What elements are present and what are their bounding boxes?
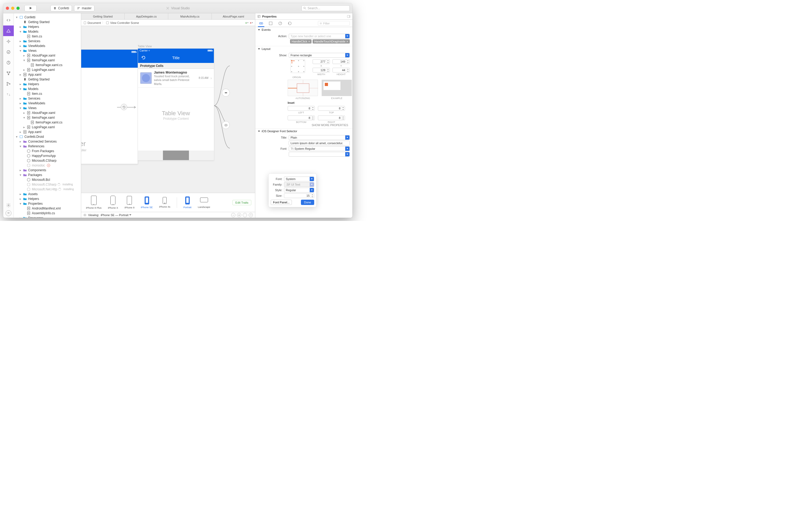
tree-item[interactable]: Getting Started [14,77,81,82]
tree-item[interactable]: ▸Helpers [14,197,81,201]
tree-item[interactable]: Microsoft.Net.Http installing [14,187,81,192]
show-more-link[interactable]: SHOW MORE PROPERTIES [258,124,350,127]
tree-item[interactable]: ▸Connected Services [14,139,81,144]
design-canvas[interactable]: ontroller oot view controller [81,26,255,193]
tree-item[interactable]: ▸ViewModels [14,44,81,48]
tree-item[interactable]: ▾Views [14,106,81,111]
inset-right[interactable]: 8 [318,115,345,120]
x-field[interactable]: 277 [313,59,330,64]
tree-item[interactable]: Item.cs [14,91,81,96]
tree-item[interactable]: ▸Assets [14,192,81,197]
table-view-controller-node[interactable]: Carrier ᯤ Title Prototype Cells James Mo… [138,48,214,160]
ptab-history[interactable] [287,20,293,27]
zoom-window-button[interactable] [16,6,20,10]
device-iphone4s[interactable]: iPhone 4s [159,197,170,208]
account-button[interactable] [5,210,11,216]
show-select[interactable]: Frame rectangle [289,53,350,58]
tree-item[interactable]: ItemsPage.xaml.cs [14,120,81,125]
branch-selector[interactable]: master [74,5,95,11]
handler-chip[interactable]: HandleTouchDragInside [313,39,350,44]
origin-picker[interactable] [290,59,305,73]
font-panel-button[interactable]: Font Panel... [271,200,292,205]
action-select[interactable]: Type new handler or select one [289,34,350,39]
rail-tests[interactable] [3,47,14,57]
zoom-out-button[interactable]: − [231,213,235,217]
device-iphonex[interactable]: iPhone X [108,196,118,209]
tree-item[interactable]: Microsoft.CSharp installing [14,182,81,187]
rail-pull[interactable] [3,89,14,100]
zoom-in-button[interactable]: + [237,213,241,217]
tab[interactable]: AboutPage.xaml [212,13,255,19]
tree-item[interactable]: From Packages [14,149,81,154]
tree-item[interactable]: ▸ViewModels [14,101,81,106]
edit-traits-button[interactable]: Edit Traits [232,200,251,205]
font-text-field[interactable]: Lorem ipsum dolor sit amet, consectetur. [289,141,350,145]
rail-locate[interactable] [3,36,14,47]
ptab-layout[interactable] [267,20,274,27]
project-selector[interactable]: Confetti [50,5,72,11]
tree-item[interactable]: Microsoft.Bcl [14,177,81,182]
tree-item[interactable]: ▸LoginPage.xaml [14,125,81,130]
tree-item[interactable]: ▸AboutPage.xaml [14,111,81,115]
tree-item[interactable]: Item.cs [14,34,81,39]
segue-eye-node[interactable] [222,121,230,129]
tree-item[interactable]: Microsoft.CSharp [14,158,81,163]
close-window-button[interactable] [6,6,9,10]
popover-size-field[interactable]: 15 [284,193,314,198]
tree-item[interactable]: AssemblyInfo.cs [14,211,81,216]
tab[interactable]: AppDelegate.cs [125,13,168,19]
device-iphone8[interactable]: iPhone 8 [125,196,134,209]
inset-bottom[interactable]: 8 [288,115,315,120]
done-button[interactable]: Done [301,200,314,205]
popover-font-select[interactable]: System [284,176,314,181]
run-button[interactable] [25,5,37,11]
tree-item[interactable]: ▸AboutPage.xaml [14,53,81,58]
tree-item[interactable]: ▾Properties [14,201,81,206]
minimize-window-button[interactable] [11,6,14,10]
orientation-landscape[interactable]: Landscape [198,197,210,209]
section-events[interactable]: Events [255,27,352,32]
rail-source[interactable] [3,78,14,89]
inset-top[interactable]: 8 [318,106,345,111]
autosizing-editor[interactable]: AUTOSIZING [288,80,318,100]
breadcrumb-doc[interactable]: Document [88,21,101,25]
rail-dependencies[interactable] [3,68,14,78]
tree-item[interactable]: ▾Confetti.Droid [14,134,81,139]
segue-refresh-node[interactable] [121,104,127,110]
tree-item[interactable]: ▸App.xaml [14,72,81,77]
tree-item[interactable]: ▾References [14,144,81,149]
refresh-icon[interactable] [141,55,146,60]
delete-button[interactable]: ×▾ [250,21,253,25]
device-iphonese[interactable]: iPhone SE [141,197,153,209]
orientation-portrait[interactable]: Portrait [183,197,192,209]
tree-item[interactable]: ▾Views [14,48,81,53]
breadcrumb-scene[interactable]: View Controller Scene [110,21,139,25]
ptab-widget[interactable] [258,20,264,27]
tree-item[interactable]: ▸Components [14,168,81,173]
tree-item[interactable]: ▸Resources [14,216,81,218]
tree-item[interactable]: ItemsPage.xaml.cs [14,63,81,68]
tab[interactable]: MainActivity.cs [168,13,212,19]
tree-item[interactable]: ▸LoginPage.xaml [14,68,81,72]
section-layout[interactable]: Layout [255,46,352,52]
tree-item[interactable]: ▸Services [14,39,81,44]
tree-item[interactable]: HappyFormsApp [14,154,81,158]
tab[interactable]: Getting Started [81,13,125,19]
tree-item[interactable]: Getting Started [14,20,81,25]
y-field[interactable]: 149 [333,59,350,64]
tree-item[interactable]: ▾ItemsPage.xaml [14,58,81,63]
ptab-events[interactable] [277,20,284,27]
tree-item[interactable]: monodoc× [14,163,81,168]
popover-style-select[interactable]: Regular [284,188,314,192]
device-iphone8plus[interactable]: iPhone 8 Plus [86,196,102,209]
rail-profiler[interactable] [3,57,14,68]
font-title-select[interactable]: Plain [289,135,350,140]
tree-item[interactable]: ▾Models [14,29,81,34]
rail-design[interactable] [3,26,14,36]
font-select[interactable]: T𝗍System Regular [289,146,350,151]
search-box[interactable]: Search... [302,5,350,11]
tree-item[interactable]: AndroidManifest.xml [14,206,81,211]
prototype-cell[interactable]: James Montemagno Tousled food truck pola… [138,69,214,88]
rail-code[interactable] [3,15,14,26]
segue-minus-node[interactable] [222,89,230,97]
